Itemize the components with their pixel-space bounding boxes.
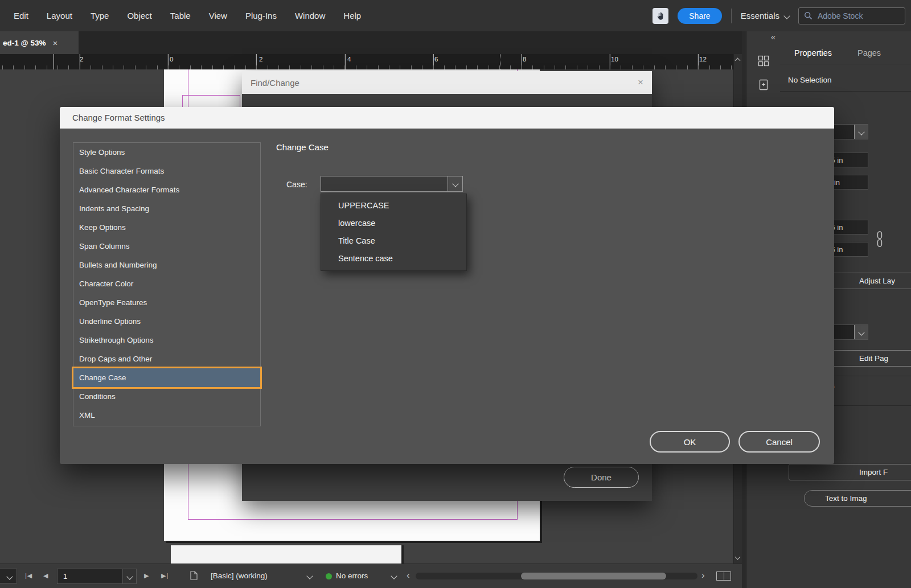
- next-page-edge: [171, 545, 401, 564]
- category-drop-caps-and-other[interactable]: Drop Caps and Other: [73, 349, 260, 368]
- chevron-down-icon: [391, 573, 397, 579]
- close-icon[interactable]: ×: [638, 77, 643, 88]
- menu-item-window[interactable]: Window: [286, 0, 334, 31]
- chevron-down-icon: [854, 325, 868, 339]
- menu-item-help[interactable]: Help: [334, 0, 370, 31]
- menu-item-object[interactable]: Object: [118, 0, 161, 31]
- option-lowercase[interactable]: lowercase: [321, 215, 466, 232]
- ruler-label: 6: [434, 56, 438, 63]
- category-strikethrough-options[interactable]: Strikethrough Options: [73, 331, 260, 349]
- category-bullets-and-numbering[interactable]: Bullets and Numbering: [73, 256, 260, 274]
- category-basic-character-formats[interactable]: Basic Character Formats: [73, 162, 260, 180]
- menubar-divider: [731, 9, 732, 23]
- ruler-label: 2: [259, 56, 262, 63]
- case-dropdown[interactable]: [321, 176, 463, 192]
- menu-item-plug-ins[interactable]: Plug-Ins: [236, 0, 286, 31]
- horizontal-scrollbar[interactable]: [416, 573, 697, 579]
- hand-tool-button[interactable]: [653, 8, 668, 24]
- category-conditions[interactable]: Conditions: [73, 387, 260, 406]
- dialog-titlebar[interactable]: Change Format Settings: [60, 107, 834, 129]
- menu-item-type[interactable]: Type: [81, 0, 118, 31]
- page-number-input[interactable]: 1: [57, 569, 137, 584]
- category-span-columns[interactable]: Span Columns: [73, 237, 260, 256]
- document-tab-title: ed-1 @ 53%: [3, 39, 46, 47]
- tab-properties[interactable]: Properties: [794, 48, 832, 57]
- tab-pages[interactable]: Pages: [857, 48, 881, 57]
- category-advanced-character-formats[interactable]: Advanced Character Formats: [73, 180, 260, 199]
- adobe-stock-search[interactable]: [798, 7, 905, 24]
- menu-bar: Edit Layout Type Object Table View Plug-…: [0, 0, 911, 31]
- option-uppercase[interactable]: UPPERCASE: [321, 197, 466, 215]
- zoom-level-dropdown[interactable]: [0, 569, 17, 583]
- grid-panel-icon: [758, 55, 769, 67]
- close-icon[interactable]: ×: [52, 38, 58, 48]
- cancel-button[interactable]: Cancel: [738, 431, 820, 453]
- menubar-right-cluster: Share Essentials: [653, 0, 905, 31]
- find-change-titlebar[interactable]: Find/Change ×: [242, 71, 652, 94]
- format-category-list: Style Options Basic Character Formats Ad…: [73, 142, 261, 426]
- option-sentence-case[interactable]: Sentence case: [321, 250, 466, 268]
- case-label: Case:: [286, 180, 307, 189]
- ruler-label: 4: [347, 56, 351, 63]
- selection-status: No Selection: [788, 76, 832, 84]
- ruler-label: 10: [611, 56, 618, 63]
- category-indents-and-spacing[interactable]: Indents and Spacing: [73, 199, 260, 218]
- page-icon[interactable]: [190, 571, 198, 582]
- no-errors-indicator: [326, 573, 332, 579]
- preflight-preset-dropdown[interactable]: [Basic] (working): [211, 571, 268, 580]
- panel-divider: [780, 64, 911, 64]
- previous-page-button[interactable]: ◀: [43, 572, 48, 579]
- document-tab[interactable]: ed-1 @ 53% ×: [0, 31, 79, 54]
- case-options-menu: UPPERCASE lowercase Title Case Sentence …: [321, 194, 467, 271]
- spread-view-button[interactable]: [716, 571, 731, 581]
- option-title-case[interactable]: Title Case: [321, 232, 466, 250]
- menu-item-view[interactable]: View: [200, 0, 236, 31]
- workspace-switcher[interactable]: Essentials: [741, 11, 789, 20]
- search-icon: [804, 11, 812, 20]
- category-style-options[interactable]: Style Options: [73, 143, 260, 162]
- category-character-color[interactable]: Character Color: [73, 274, 260, 293]
- first-page-button[interactable]: |◀: [25, 572, 32, 579]
- done-button[interactable]: Done: [564, 467, 639, 488]
- import-file-button[interactable]: Import F: [789, 464, 911, 480]
- text-to-image-button[interactable]: Text to Imag: [804, 490, 911, 507]
- workspace-label: Essentials: [741, 11, 779, 20]
- menu-item-layout[interactable]: Layout: [38, 0, 81, 31]
- ok-button[interactable]: OK: [650, 431, 730, 453]
- document-tab-bar: ed-1 @ 53% ×: [0, 31, 742, 54]
- chevron-down-icon: [122, 569, 136, 583]
- chevron-down-icon: [783, 13, 790, 19]
- scroll-right-button[interactable]: ›: [701, 570, 705, 581]
- ruler-cursor-indicator: [500, 54, 500, 69]
- change-format-settings-dialog: Change Format Settings Style Options Bas…: [60, 107, 834, 464]
- hand-icon: [655, 11, 666, 21]
- panel-divider: [780, 91, 911, 92]
- chevron-down-icon: [448, 176, 462, 191]
- share-button[interactable]: Share: [678, 8, 721, 24]
- link-icon[interactable]: [876, 231, 884, 250]
- chevron-down-icon: [306, 573, 313, 579]
- menu-item-table[interactable]: Table: [161, 0, 200, 31]
- page-star-icon: [758, 79, 769, 91]
- category-change-case[interactable]: Change Case: [73, 368, 260, 387]
- next-page-button[interactable]: ▶: [144, 572, 149, 579]
- preflight-status-dropdown[interactable]: No errors: [336, 571, 368, 580]
- chevron-down-icon: [854, 125, 868, 139]
- ruler-label: 8: [523, 56, 526, 63]
- section-title: Change Case: [276, 142, 329, 152]
- category-keep-options[interactable]: Keep Options: [73, 218, 260, 237]
- category-underline-options[interactable]: Underline Options: [73, 312, 260, 331]
- category-opentype-features[interactable]: OpenType Features: [73, 293, 260, 312]
- scroll-down-arrow-icon[interactable]: [735, 554, 741, 560]
- scroll-left-button[interactable]: ‹: [407, 570, 410, 581]
- scroll-up-arrow-icon[interactable]: [735, 58, 741, 64]
- libraries-panel-button[interactable]: [754, 76, 773, 94]
- category-xml[interactable]: XML: [73, 406, 260, 425]
- grid-panel-button[interactable]: [754, 52, 773, 70]
- menu-item-edit[interactable]: Edit: [5, 0, 38, 31]
- last-page-button[interactable]: ▶|: [161, 572, 169, 579]
- scrollbar-thumb[interactable]: [521, 573, 666, 579]
- ruler-label: 2: [80, 56, 83, 63]
- collapse-panel-button[interactable]: «: [771, 32, 775, 42]
- adobe-stock-input[interactable]: [816, 11, 893, 21]
